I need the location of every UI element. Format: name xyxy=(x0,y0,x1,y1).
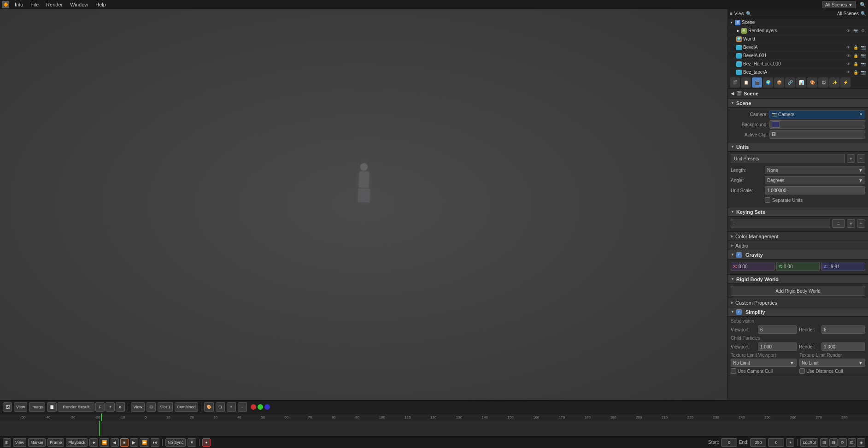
play-icon[interactable]: ⏮ xyxy=(89,438,98,447)
blender-logo[interactable]: 🔶 xyxy=(2,1,9,8)
keying-add-btn[interactable]: + xyxy=(847,219,855,228)
gravity-z-field[interactable]: Z: -9.81 xyxy=(821,262,865,271)
tree-item-scene[interactable]: ▼ S Scene xyxy=(728,18,868,27)
rigid-body-header[interactable]: ▼ Rigid Body World xyxy=(728,275,868,284)
view-menu[interactable]: View xyxy=(734,11,745,16)
slot-label-btn[interactable]: Slot 1 xyxy=(158,402,173,412)
child-viewport-value[interactable]: 1.000 xyxy=(758,342,797,351)
tab-texture[interactable]: 🖼 xyxy=(818,77,828,88)
frame-step-btn[interactable]: + xyxy=(786,438,794,447)
view3d-btn4[interactable]: ⊡ xyxy=(848,438,856,447)
scene-selector[interactable]: All Scenes ▼ xyxy=(822,1,856,8)
angle-value[interactable]: Degrees ▼ xyxy=(765,176,865,184)
viewport[interactable] xyxy=(0,9,727,400)
locrot-btn[interactable]: LocRot xyxy=(800,438,818,447)
end-frame-input[interactable]: 250 xyxy=(750,438,766,447)
view-status-btn[interactable]: View xyxy=(13,438,26,447)
texture-viewport-value[interactable]: No Limit ▼ xyxy=(731,359,797,367)
separate-units-checkbox[interactable] xyxy=(765,197,770,203)
keying-sets-header[interactable]: ▼ Keying Sets xyxy=(728,207,868,217)
lock-btn4[interactable]: 🔒 xyxy=(852,69,859,76)
visibility-btn[interactable]: 👁 xyxy=(845,28,851,34)
props-back-btn[interactable]: ◀ xyxy=(731,91,734,96)
tab-particles[interactable]: ✨ xyxy=(829,77,839,88)
active-clip-value[interactable]: 🎞 xyxy=(769,130,865,139)
simplify-enable-check[interactable]: ✓ xyxy=(736,309,742,315)
menu-item-help[interactable]: Help xyxy=(94,2,108,7)
view3d-btn1[interactable]: ⊞ xyxy=(820,438,828,447)
viewport-value[interactable]: 6 xyxy=(758,325,797,334)
render-result-icon-btn[interactable]: 📋 xyxy=(47,402,57,412)
vis-btn3[interactable]: 👁 xyxy=(845,61,851,67)
zoom-out-btn[interactable]: − xyxy=(238,402,247,412)
camera-cull-checkbox[interactable] xyxy=(731,368,736,374)
add-image-btn[interactable]: + xyxy=(106,402,115,412)
tree-item-bevela001[interactable]: ⌒ BevelA.001 👁 🔒 📷 xyxy=(728,52,868,60)
camera-close[interactable]: ✕ xyxy=(859,112,863,117)
units-section-header[interactable]: ▼ Units xyxy=(728,142,868,152)
tree-item-world[interactable]: 🌍 World xyxy=(728,35,868,43)
tree-item-renderlayers[interactable]: ▶ R RenderLayers 👁 📷 ⚙ xyxy=(728,27,868,35)
search-toggle[interactable]: 🔍 xyxy=(746,11,751,16)
settings-btn[interactable]: ⚙ xyxy=(860,28,866,34)
render-vis-btn[interactable]: 📷 xyxy=(860,44,866,51)
tab-material[interactable]: 🎨 xyxy=(807,77,817,88)
search-icon[interactable]: 🔍 xyxy=(861,11,866,16)
unit-preset-add[interactable]: + xyxy=(847,154,855,163)
keying-equals-btn[interactable]: = xyxy=(832,219,845,228)
tab-world[interactable]: 🌍 xyxy=(763,77,773,88)
audio-section[interactable]: ▶ Audio xyxy=(728,241,868,250)
playback-btn[interactable]: Playback xyxy=(66,438,88,447)
tree-item-bevela[interactable]: ⌒ BevelA 👁 🔒 📷 xyxy=(728,43,868,52)
gravity-x-field[interactable]: X: 0.00 xyxy=(731,262,774,271)
length-value[interactable]: None ▼ xyxy=(765,166,865,174)
tab-physics[interactable]: ⚡ xyxy=(840,77,850,88)
unit-preset-btn[interactable]: Unit Presets xyxy=(731,154,845,163)
render-btn[interactable]: 📷 xyxy=(852,28,859,34)
camera-value[interactable]: 📷 Camera ✕ xyxy=(769,110,865,118)
tab-constraints[interactable]: 🔗 xyxy=(785,77,795,88)
zoom-fit-btn[interactable]: ⊡ xyxy=(216,402,225,412)
zoom-in-btn[interactable]: + xyxy=(227,402,236,412)
simplify-section-header[interactable]: ▼ ✓ Simplify xyxy=(728,307,868,317)
tab-scene[interactable]: 🎬 xyxy=(752,77,762,88)
tab-render[interactable]: 🎬 xyxy=(730,77,740,88)
menu-item-info[interactable]: Info xyxy=(13,2,25,7)
child-render-value[interactable]: 1.000 xyxy=(821,342,865,351)
render-vis-btn2[interactable]: 📷 xyxy=(860,53,866,59)
vis-btn4[interactable]: 👁 xyxy=(845,69,851,76)
end-btn[interactable]: ⏭ xyxy=(151,438,159,447)
color-management-section[interactable]: ▶ Color Management xyxy=(728,232,868,241)
texture-render-value[interactable]: No Limit ▼ xyxy=(799,359,865,367)
keying-remove-btn[interactable]: − xyxy=(857,219,865,228)
gravity-section-header[interactable]: ▼ ✓ Gravity xyxy=(728,250,868,259)
distance-cull-checkbox[interactable] xyxy=(799,368,805,374)
editor-type-btn[interactable]: 🖼 xyxy=(3,402,12,412)
no-sync-btn[interactable]: No Sync xyxy=(165,438,186,447)
view3d-btn5[interactable]: ◈ xyxy=(857,438,865,447)
step-fwd-btn[interactable]: ⏩ xyxy=(140,438,149,447)
step-back-btn[interactable]: ⏪ xyxy=(100,438,109,447)
lock-btn[interactable]: 🔒 xyxy=(852,44,859,51)
play-fwd-btn[interactable]: ▶ xyxy=(130,438,138,447)
custom-properties-section[interactable]: ▶ Custom Properties xyxy=(728,298,868,307)
f-btn[interactable]: F xyxy=(95,402,105,412)
current-frame-input[interactable]: 0 xyxy=(768,438,784,447)
scene-section-header[interactable]: ▼ Scene xyxy=(728,99,868,108)
vis-btn2[interactable]: 👁 xyxy=(845,53,851,59)
search-btn[interactable]: 🔍 xyxy=(860,2,866,8)
add-rigid-body-btn[interactable]: Add Rigid Body World xyxy=(731,286,865,296)
marker-btn[interactable]: Marker xyxy=(28,438,46,447)
view-mode-btn[interactable]: ⊞ xyxy=(147,402,156,412)
keying-name-input[interactable]: - xyxy=(731,219,830,228)
scene-scope-select[interactable]: All Scenes xyxy=(837,11,859,16)
lock-btn2[interactable]: 🔒 xyxy=(852,53,859,59)
start-frame-input[interactable]: 0 xyxy=(721,438,737,447)
display-channels-btn[interactable]: 🎨 xyxy=(204,402,214,412)
menu-item-render[interactable]: Render xyxy=(44,2,65,7)
render-result-label-btn[interactable]: Render Result xyxy=(58,402,94,412)
combined-btn[interactable]: Combined xyxy=(175,402,198,412)
tree-item-bez-tapera[interactable]: ⌒ Bez_taperA 👁 🔒 📷 xyxy=(728,68,868,77)
frame-btn[interactable]: Frame xyxy=(47,438,64,447)
tab-object[interactable]: 📦 xyxy=(774,77,784,88)
